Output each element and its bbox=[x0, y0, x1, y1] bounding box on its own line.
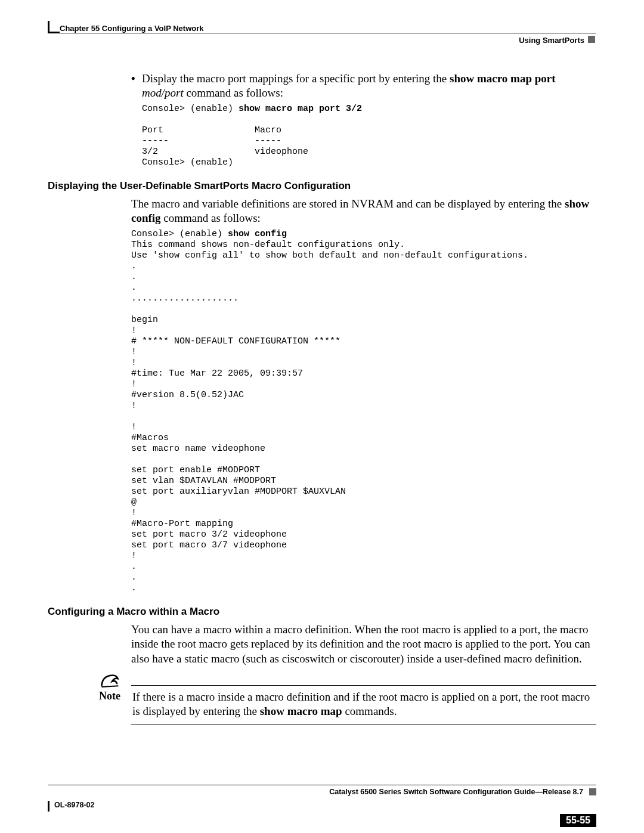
c1l1b: show macro map port 3/2 bbox=[239, 104, 362, 114]
header-square-icon bbox=[588, 36, 595, 43]
c1l5: 3/2 videophone bbox=[142, 147, 308, 157]
c1l3: Port Macro bbox=[142, 125, 281, 135]
note-b: show macro map bbox=[260, 705, 342, 717]
c2rest: This command shows non-default configura… bbox=[131, 240, 528, 593]
code-block-1: Console> (enable) show macro map port 3/… bbox=[142, 104, 596, 168]
s2-c: command as follows: bbox=[161, 212, 261, 224]
running-head-right: Using SmartPorts bbox=[519, 36, 584, 45]
bullet-item: • Display the macro port mappings for a … bbox=[131, 72, 596, 100]
note-label: Note bbox=[99, 690, 132, 719]
note-block: Note If there is a macro inside a macro … bbox=[48, 677, 596, 724]
bullet-lead: Display the macro port mappings for a sp… bbox=[142, 72, 450, 85]
footer-row-1: Catalyst 6500 Series Switch Software Con… bbox=[48, 788, 596, 796]
section2-paragraph: The macro and variable definitions are s… bbox=[131, 197, 596, 226]
footer-rule bbox=[48, 785, 596, 785]
footer-row-2: OL-8978-02 bbox=[48, 798, 596, 812]
c2l1b: show config bbox=[228, 229, 287, 239]
c1l4: ----- ----- bbox=[142, 136, 281, 146]
page-number: 55-55 bbox=[560, 814, 596, 827]
footer-tick-icon bbox=[48, 801, 49, 812]
bullet-tail: command as follows: bbox=[184, 86, 283, 99]
note-pen-icon bbox=[100, 671, 122, 693]
section-heading-display-macro-config: Displaying the User-Definable SmartPorts… bbox=[48, 180, 596, 192]
note-text: If there is a macro inside a macro defin… bbox=[132, 690, 596, 719]
section-heading-macro-in-macro: Configuring a Macro within a Macro bbox=[48, 606, 596, 618]
footer: Catalyst 6500 Series Switch Software Con… bbox=[48, 785, 596, 812]
content-area: • Display the macro port mappings for a … bbox=[48, 72, 596, 724]
footer-guide-title: Catalyst 6500 Series Switch Software Con… bbox=[48, 788, 587, 796]
c1l1a: Console> (enable) bbox=[142, 104, 239, 114]
page: Chapter 55 Configuring a VoIP Network Us… bbox=[0, 0, 644, 833]
note-rule-bottom bbox=[131, 724, 596, 724]
c2l1a: Console> (enable) bbox=[131, 229, 228, 239]
footer-square-icon bbox=[589, 788, 596, 795]
bullet-cmd: show macro map port bbox=[450, 72, 556, 85]
header-rule bbox=[48, 33, 596, 33]
note-rule-top bbox=[131, 685, 596, 686]
footer-docnum: OL-8978-02 bbox=[54, 801, 94, 809]
bullet-arg: mod/port bbox=[142, 86, 184, 99]
section3-paragraph: You can have a macro within a macro defi… bbox=[131, 623, 596, 666]
running-head-left: Chapter 55 Configuring a VoIP Network bbox=[60, 24, 204, 33]
s2-a: The macro and variable definitions are s… bbox=[131, 197, 565, 210]
bullet-text: Display the macro port mappings for a sp… bbox=[142, 72, 596, 100]
crop-mark-v bbox=[48, 21, 49, 33]
c1l6: Console> (enable) bbox=[142, 157, 233, 168]
bullet-dot-icon: • bbox=[131, 72, 142, 100]
code-block-2: Console> (enable) show config This comma… bbox=[131, 229, 596, 594]
note-c: commands. bbox=[342, 705, 397, 717]
